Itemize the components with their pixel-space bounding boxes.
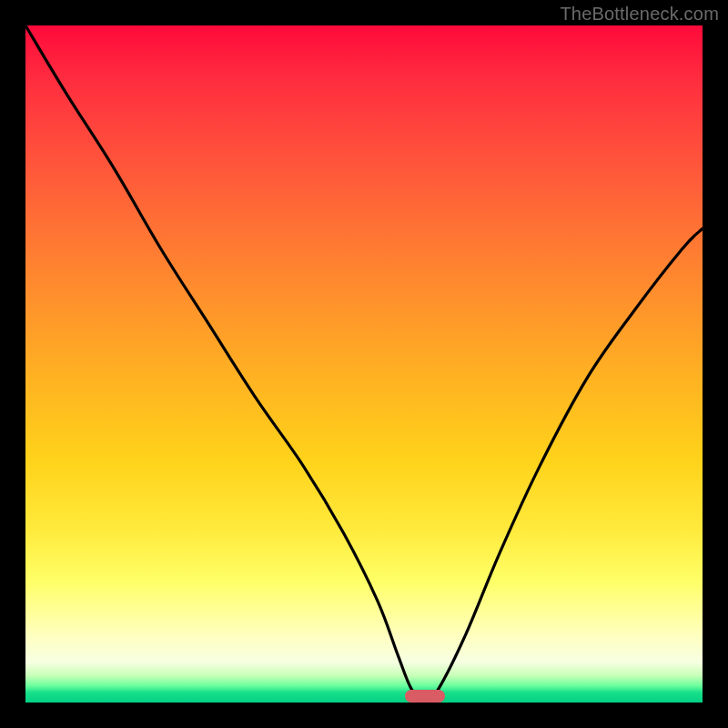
chart-frame: TheBottleneck.com (0, 0, 728, 728)
watermark-text: TheBottleneck.com (560, 4, 719, 25)
bottleneck-curve (25, 25, 703, 703)
optimal-marker (405, 690, 446, 703)
plot-area (25, 25, 703, 703)
